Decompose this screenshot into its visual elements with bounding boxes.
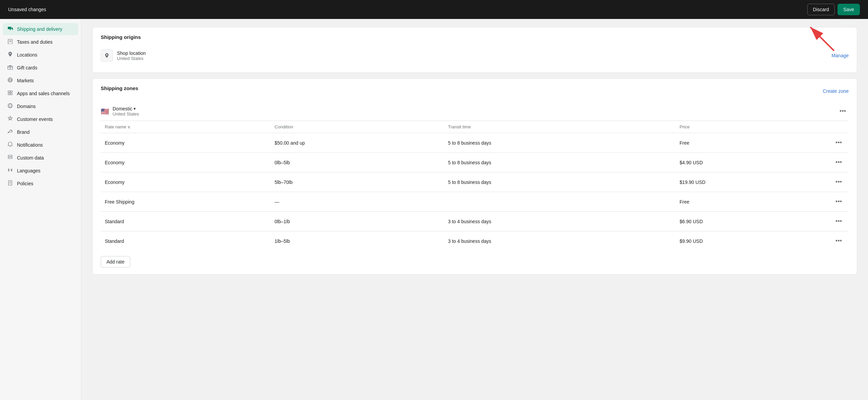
row-more-button[interactable]: ••• [833,177,845,187]
sidebar-label-taxes: Taxes and duties [17,39,53,45]
row-actions: ••• [829,172,849,192]
main-layout: Shipping and deliveryTaxes and dutiesLoc… [0,19,868,400]
sidebar-icon-policies [7,180,14,187]
table-row: Economy$50.00 and up5 to 8 business days… [101,133,849,153]
row-more-button[interactable]: ••• [833,157,845,167]
sidebar-item-locations[interactable]: Locations [3,49,78,61]
row-actions: ••• [829,153,849,172]
col-rate-name: Rate name ⇅ [101,121,271,133]
sidebar-item-domains[interactable]: Domains [3,100,78,112]
unsaved-label: Unsaved changes [8,7,46,12]
sidebar-label-apps: Apps and sales channels [17,91,70,96]
shop-location-country: United States [117,56,146,61]
svg-rect-18 [8,157,12,159]
sidebar-label-languages: Languages [17,168,40,173]
col-price: Price [675,121,829,133]
rates-table-body: Economy$50.00 and up5 to 8 business days… [101,133,849,251]
sidebar-item-brand[interactable]: Brand [3,126,78,138]
sidebar-label-gift-cards: Gift cards [17,65,37,70]
cell-rate_name: Free Shipping [101,192,271,212]
main-content: Shipping origins Shop location United St… [81,19,868,400]
col-condition: Condition [271,121,444,133]
svg-rect-13 [8,93,10,95]
table-row: Economy5lb–70lb5 to 8 business days$19.9… [101,172,849,192]
shipping-zones-card: Shipping zones Create zone 🇺🇸 Domestic ▾… [92,78,857,275]
cell-rate_name: Economy [101,153,271,172]
cell-condition: $50.00 and up [271,133,444,153]
sidebar-icon-locations [7,51,14,58]
cell-rate_name: Standard [101,231,271,251]
svg-point-15 [8,104,13,108]
cell-price: $9.90 USD [675,231,829,251]
sidebar-label-locations: Locations [17,52,37,58]
cell-transit_time: 5 to 8 business days [444,153,675,172]
sidebar: Shipping and deliveryTaxes and dutiesLoc… [0,19,81,400]
zone-country: United States [113,111,139,117]
rates-table: Rate name ⇅ Condition Transit time Price… [101,121,849,251]
sidebar-icon-markets [7,77,14,84]
row-more-button[interactable]: ••• [833,216,845,226]
table-header: Rate name ⇅ Condition Transit time Price [101,121,849,133]
header-row: Rate name ⇅ Condition Transit time Price [101,121,849,133]
sidebar-label-policies: Policies [17,181,33,186]
table-row: Free Shipping—Free••• [101,192,849,212]
cell-rate_name: Economy [101,172,271,192]
sidebar-item-taxes[interactable]: Taxes and duties [3,36,78,48]
cell-price: Free [675,133,829,153]
banner-actions: Discard Save [807,4,860,15]
add-rate-button[interactable]: Add rate [101,256,130,268]
svg-rect-17 [8,155,12,156]
sidebar-icon-domains [7,103,14,110]
sidebar-item-shipping[interactable]: Shipping and delivery [3,23,78,35]
sidebar-label-markets: Markets [17,78,34,83]
shop-location-title: Shop location [117,50,146,56]
table-row: Standard0lb–1lb3 to 4 business days$6.90… [101,212,849,231]
sidebar-item-notifications[interactable]: Notifications [3,139,78,151]
sidebar-label-brand: Brand [17,129,29,135]
cell-transit_time: 3 to 4 business days [444,231,675,251]
shipping-origins-section: Shipping origins Shop location United St… [93,27,857,72]
sidebar-label-shipping: Shipping and delivery [17,26,62,32]
sidebar-icon-customer-events [7,116,14,123]
origin-info: Shop location United States [117,50,146,61]
sidebar-icon-taxes [7,39,14,45]
svg-rect-14 [11,93,12,95]
row-actions: ••• [829,231,849,251]
sidebar-icon-gift-cards [7,64,14,71]
svg-point-16 [9,104,11,108]
cell-condition: 0lb–1lb [271,212,444,231]
sidebar-item-customer-events[interactable]: Customer events [3,113,78,125]
discard-button[interactable]: Discard [807,4,835,15]
zone-name: Domestic ▾ [113,106,139,111]
zone-more-button[interactable]: ••• [837,106,849,116]
domestic-info: Domestic ▾ United States [113,106,139,117]
cell-rate_name: Standard [101,212,271,231]
cell-condition: 5lb–70lb [271,172,444,192]
row-more-button[interactable]: ••• [833,236,845,246]
sidebar-item-apps[interactable]: Apps and sales channels [3,87,78,100]
sidebar-icon-brand [7,129,14,135]
unsaved-banner: Unsaved changes Discard Save [0,0,868,19]
cell-transit_time: 5 to 8 business days [444,133,675,153]
sidebar-icon-languages [7,167,14,174]
save-button[interactable]: Save [837,4,860,15]
sidebar-item-languages[interactable]: Languages [3,165,78,177]
svg-rect-12 [11,91,12,92]
cell-transit_time: 5 to 8 business days [444,172,675,192]
domestic-zone-row: 🇺🇸 Domestic ▾ United States ••• [101,102,849,121]
row-more-button[interactable]: ••• [833,197,845,207]
cell-price: $19.90 USD [675,172,829,192]
row-more-button[interactable]: ••• [833,138,845,148]
table-row: Standard1lb–5lb3 to 4 business days$9.90… [101,231,849,251]
sidebar-icon-shipping [7,26,14,33]
sidebar-item-policies[interactable]: Policies [3,177,78,190]
cell-price: Free [675,192,829,212]
sidebar-item-gift-cards[interactable]: Gift cards [3,62,78,74]
create-zone-link[interactable]: Create zone [823,88,849,94]
sidebar-item-markets[interactable]: Markets [3,75,78,87]
us-flag: 🇺🇸 [101,107,109,115]
sidebar-item-custom-data[interactable]: Custom data [3,152,78,164]
shipping-origins-title: Shipping origins [101,34,849,40]
manage-link[interactable]: Manage [831,53,849,58]
shipping-origins-card: Shipping origins Shop location United St… [92,27,857,73]
